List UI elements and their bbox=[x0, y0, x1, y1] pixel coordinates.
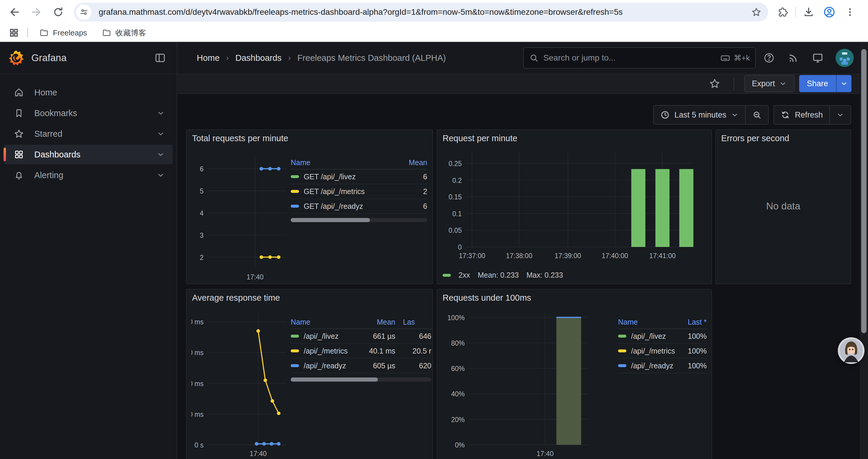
legend-row[interactable]: GET /api/_/readyz6 bbox=[291, 199, 427, 214]
back-icon[interactable] bbox=[8, 5, 21, 19]
floating-avatar-button[interactable] bbox=[837, 337, 865, 364]
search-field[interactable] bbox=[543, 53, 720, 63]
chevron-down-icon[interactable] bbox=[157, 109, 165, 117]
refresh-group: Refresh bbox=[773, 105, 851, 125]
series-name[interactable]: /api/_/readyz bbox=[304, 362, 346, 370]
series-name[interactable]: GET /api/_/livez bbox=[304, 172, 356, 181]
legend-scrollbar[interactable] bbox=[291, 378, 431, 382]
sidebar-item-home[interactable]: Home bbox=[4, 83, 173, 102]
sidebar-item-alerting[interactable]: Alerting bbox=[4, 165, 173, 185]
chart-canvas[interactable]: 80 ms60 ms40 ms20 ms0 s17:40 bbox=[191, 304, 289, 459]
time-range-group: Last 5 minutes bbox=[653, 105, 769, 125]
panel-title[interactable]: Requests under 100ms bbox=[442, 293, 531, 303]
breadcrumb-dashboards[interactable]: Dashboards bbox=[236, 53, 282, 63]
scrollbar-thumb[interactable] bbox=[861, 49, 867, 333]
chevron-down-icon bbox=[836, 111, 844, 119]
menu-dots-icon[interactable] bbox=[843, 5, 857, 19]
breadcrumb-home[interactable]: Home bbox=[197, 53, 219, 63]
sidebar-item-starred[interactable]: Starred bbox=[4, 124, 173, 143]
chevron-down-icon[interactable] bbox=[157, 130, 165, 138]
legend-row[interactable]: GET /api/_/livez6 bbox=[291, 169, 427, 184]
grafana-header-brand: Grafana bbox=[0, 42, 177, 74]
series-name[interactable]: /api/_/livez bbox=[631, 332, 666, 340]
search-input[interactable]: ⌘+k bbox=[523, 47, 756, 68]
grafana-logo-icon[interactable] bbox=[8, 50, 24, 66]
site-settings-icon[interactable] bbox=[76, 4, 92, 20]
legend-row[interactable]: /api/_/readyz605 µs620 bbox=[291, 359, 431, 373]
time-range-picker[interactable]: Last 5 minutes bbox=[654, 106, 745, 124]
panel-title[interactable]: Request per minute bbox=[442, 133, 517, 143]
series-color-pill bbox=[291, 205, 299, 208]
url-input[interactable] bbox=[98, 7, 751, 17]
legend-row[interactable]: GET /api/_/metrics2 bbox=[291, 184, 427, 199]
user-avatar[interactable] bbox=[836, 49, 854, 67]
chart-canvas[interactable]: 6543217:40 bbox=[191, 144, 289, 281]
breadcrumb-separator: › bbox=[288, 53, 291, 63]
bookmark-folder-freeleaps[interactable]: Freeleaps bbox=[36, 26, 91, 39]
sidebar-toggle-icon[interactable] bbox=[154, 52, 166, 64]
panel-title[interactable]: Average response time bbox=[192, 293, 280, 303]
legend-row[interactable]: /api/_/metrics40.1 ms20.5 r bbox=[291, 344, 431, 359]
legend-scrollbar[interactable] bbox=[291, 218, 427, 222]
extensions-icon[interactable] bbox=[776, 5, 789, 19]
sidebar-item-bookmarks[interactable]: Bookmarks bbox=[4, 103, 173, 123]
panel-title[interactable]: Total requests per minute bbox=[192, 133, 288, 143]
chevron-down-icon[interactable] bbox=[157, 150, 165, 159]
chart-canvas[interactable]: 100%80%60%40%20%0%17:40 bbox=[442, 304, 608, 459]
series-name[interactable]: /api/_/livez bbox=[304, 332, 339, 340]
zoom-out-button[interactable] bbox=[745, 106, 768, 124]
breadcrumb-current: Freeleaps Metrics Dashboard (ALPHA) bbox=[297, 53, 446, 63]
help-icon[interactable] bbox=[764, 52, 775, 64]
page-scrollbar[interactable] bbox=[860, 42, 868, 459]
svg-text:60%: 60% bbox=[451, 365, 465, 372]
chart-canvas[interactable]: 0.250.20.150.10.05017:37:0017:38:0017:39… bbox=[442, 144, 708, 261]
series-name[interactable]: /api/_/metrics bbox=[631, 347, 675, 355]
legend-scrollbar-thumb[interactable] bbox=[291, 218, 370, 222]
svg-text:100%: 100% bbox=[447, 314, 465, 322]
dashboard-canvas: Last 5 minutes Refresh Total requests bbox=[177, 95, 868, 459]
profile-icon[interactable] bbox=[823, 5, 836, 19]
series-name[interactable]: GET /api/_/metrics bbox=[304, 187, 365, 196]
forward-icon[interactable] bbox=[30, 5, 43, 19]
legend-row[interactable]: /api/_/readyz100% bbox=[618, 359, 707, 373]
svg-text:17:38:00: 17:38:00 bbox=[506, 252, 532, 260]
legend-row[interactable]: /api/_/livez100% bbox=[618, 329, 707, 344]
series-name[interactable]: /api/_/metrics bbox=[304, 347, 348, 355]
bookmark-folder-blogs[interactable]: 收藏博客 bbox=[98, 26, 150, 40]
downloads-icon[interactable] bbox=[802, 5, 815, 19]
legend-header: NameMean bbox=[291, 156, 427, 169]
series-value: 6 bbox=[390, 202, 427, 210]
chevron-down-icon bbox=[731, 111, 739, 119]
sidebar-item-dashboards[interactable]: Dashboards bbox=[4, 145, 173, 164]
panel-title[interactable]: Errors per second bbox=[721, 133, 789, 143]
share-button[interactable]: Share bbox=[799, 75, 836, 92]
series-value: 605 µs bbox=[351, 362, 395, 370]
svg-text:17:39:00: 17:39:00 bbox=[555, 252, 581, 260]
apps-grid-icon[interactable] bbox=[9, 28, 19, 38]
chevron-down-icon[interactable] bbox=[157, 171, 165, 179]
legend-row[interactable]: /api/_/metrics100% bbox=[618, 344, 707, 359]
series-name[interactable]: GET /api/_/readyz bbox=[304, 202, 363, 210]
svg-text:40 ms: 40 ms bbox=[191, 380, 204, 388]
series-name[interactable]: /api/_/readyz bbox=[631, 362, 673, 370]
refresh-label: Refresh bbox=[795, 110, 823, 120]
series-value: 100% bbox=[669, 332, 707, 340]
refresh-interval-dropdown[interactable] bbox=[829, 106, 850, 124]
legend-scrollbar-thumb[interactable] bbox=[291, 378, 378, 382]
series-color-pill bbox=[618, 350, 626, 352]
reload-icon[interactable] bbox=[52, 5, 65, 19]
time-controls: Last 5 minutes Refresh bbox=[653, 105, 851, 125]
address-bar[interactable] bbox=[74, 3, 768, 22]
bookmark-star-icon[interactable] bbox=[751, 7, 762, 18]
series-value: 100% bbox=[669, 347, 707, 355]
legend-line[interactable]: 2xx Mean: 0.233 Max: 0.233 bbox=[442, 271, 563, 280]
export-button[interactable]: Export bbox=[744, 75, 795, 92]
refresh-button[interactable]: Refresh bbox=[774, 106, 829, 124]
legend-header: NameMeanLas bbox=[291, 316, 431, 329]
legend-row[interactable]: /api/_/livez661 µs646 bbox=[291, 329, 431, 344]
news-rss-icon[interactable] bbox=[788, 52, 799, 64]
share-dropdown-button[interactable] bbox=[836, 75, 851, 92]
favorite-star-icon[interactable] bbox=[709, 78, 720, 90]
monitor-icon[interactable] bbox=[812, 52, 824, 64]
home-icon bbox=[13, 87, 25, 98]
